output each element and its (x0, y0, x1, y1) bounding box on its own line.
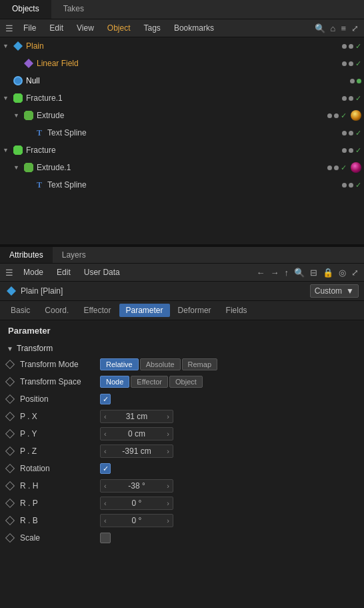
btn-relative[interactable]: Relative (100, 358, 139, 370)
enable-check[interactable]: ✓ (341, 164, 347, 172)
render-dot[interactable] (349, 131, 353, 135)
search-icon[interactable]: 🔍 (315, 23, 325, 33)
list-item[interactable]: ▼ Extrude.1 ✓ (0, 159, 364, 176)
rh-number[interactable]: -38 ° (110, 481, 164, 491)
rh-decrement[interactable]: ‹ (101, 482, 110, 490)
back-icon[interactable]: ← (257, 268, 265, 278)
pz-decrement[interactable]: ‹ (101, 447, 110, 455)
hamburger-icon[interactable]: ☰ (5, 23, 13, 33)
attr-menu-edit[interactable]: Edit (53, 266, 74, 278)
enable-check[interactable]: ✓ (341, 111, 347, 120)
visibility-dot[interactable] (327, 113, 332, 118)
tab-objects[interactable]: Objects (0, 0, 51, 19)
attr-menu-userdata[interactable]: User Data (81, 266, 123, 278)
expand-arrow[interactable]: ▼ (13, 112, 23, 119)
attr-dropdown[interactable]: Custom ▼ (310, 284, 359, 298)
btn-absolute[interactable]: Absolute (140, 358, 181, 370)
list-icon[interactable]: ≡ (341, 23, 346, 33)
render-dot[interactable] (357, 79, 361, 83)
filter-icon[interactable]: ⊟ (310, 268, 317, 278)
expand-arrow[interactable]: ▼ (3, 43, 12, 49)
visibility-dot[interactable] (342, 131, 347, 135)
px-field[interactable]: ‹ 31 cm › (100, 410, 173, 423)
material-ball[interactable] (351, 162, 361, 173)
list-item[interactable]: ▶ Null (0, 72, 364, 89)
render-dot[interactable] (349, 183, 353, 188)
render-dot[interactable] (349, 96, 353, 101)
tab-effector[interactable]: Effector (77, 304, 117, 317)
visibility-dot[interactable] (342, 61, 347, 66)
enable-check[interactable]: ✓ (355, 129, 361, 137)
tab-takes[interactable]: Takes (51, 0, 96, 19)
menu-tags[interactable]: Tags (141, 22, 164, 34)
rb-number[interactable]: 0 ° (110, 516, 164, 525)
list-item[interactable]: ▼ Fracture ✓ (0, 141, 364, 159)
py-increment[interactable]: › (163, 430, 173, 438)
expand-arrow[interactable]: ▼ (3, 147, 12, 154)
px-number[interactable]: 31 cm (110, 412, 164, 421)
visibility-dot[interactable] (350, 79, 355, 83)
list-item[interactable]: ▶ Linear Field ✓ (0, 55, 364, 72)
up-icon[interactable]: ↑ (285, 268, 289, 278)
attr-menu-mode[interactable]: Mode (20, 266, 47, 278)
scale-checkbox[interactable] (100, 533, 111, 543)
list-item[interactable]: ▼ Fracture.1 ✓ (0, 89, 364, 107)
pz-increment[interactable]: › (163, 447, 173, 455)
render-dot[interactable] (349, 44, 353, 49)
tab-deformer[interactable]: Deformer (171, 304, 218, 317)
position-checkbox[interactable]: ✓ (100, 394, 111, 404)
enable-check[interactable]: ✓ (355, 94, 361, 103)
render-dot[interactable] (334, 166, 339, 170)
enable-check[interactable]: ✓ (355, 59, 361, 68)
visibility-dot[interactable] (342, 44, 347, 49)
btn-object[interactable]: Object (169, 376, 203, 388)
tab-layers[interactable]: Layers (53, 247, 95, 263)
render-dot[interactable] (334, 113, 339, 118)
material-ball[interactable] (351, 110, 361, 121)
rotation-checkbox[interactable]: ✓ (100, 463, 111, 474)
list-item[interactable]: ▶ T Text Spline ✓ (0, 124, 364, 141)
expand-arrow[interactable]: ▼ (3, 95, 12, 101)
target-icon[interactable]: ◎ (339, 268, 346, 278)
visibility-dot[interactable] (342, 183, 347, 188)
home-icon[interactable]: ⌂ (331, 23, 336, 33)
lock-icon[interactable]: 🔒 (323, 268, 333, 278)
render-dot[interactable] (349, 148, 353, 153)
px-increment[interactable]: › (163, 412, 173, 420)
menu-file[interactable]: File (20, 22, 39, 34)
rp-number[interactable]: 0 ° (110, 499, 164, 508)
expand-arrow[interactable]: ▼ (13, 164, 23, 171)
px-decrement[interactable]: ‹ (101, 412, 110, 420)
enable-check[interactable]: ✓ (355, 42, 361, 51)
rh-increment[interactable]: › (163, 482, 173, 490)
btn-effector[interactable]: Effector (131, 376, 168, 388)
forward-icon[interactable]: → (271, 268, 279, 278)
render-dot[interactable] (349, 61, 353, 66)
btn-node[interactable]: Node (100, 376, 129, 388)
list-item[interactable]: ▼ Plain ✓ (0, 37, 364, 55)
rp-decrement[interactable]: ‹ (101, 499, 110, 507)
pz-field[interactable]: ‹ -391 cm › (100, 444, 173, 458)
enable-check[interactable]: ✓ (355, 181, 361, 190)
rb-decrement[interactable]: ‹ (101, 517, 110, 525)
transform-group-header[interactable]: ▼ Transform (0, 341, 364, 356)
visibility-dot[interactable] (342, 96, 347, 101)
rh-field[interactable]: ‹ -38 ° › (100, 479, 173, 493)
list-item[interactable]: ▼ Extrude ✓ (0, 107, 364, 124)
menu-edit[interactable]: Edit (46, 22, 67, 34)
expand-icon[interactable]: ⤢ (351, 268, 359, 278)
py-number[interactable]: 0 cm (110, 429, 164, 438)
py-field[interactable]: ‹ 0 cm › (100, 427, 173, 440)
btn-remap[interactable]: Remap (182, 358, 217, 370)
tab-attributes[interactable]: Attributes (0, 247, 53, 263)
rb-field[interactable]: ‹ 0 ° › (100, 514, 173, 527)
rp-increment[interactable]: › (163, 499, 173, 507)
tab-fields[interactable]: Fields (219, 304, 254, 317)
attr-hamburger-icon[interactable]: ☰ (5, 268, 13, 278)
visibility-dot[interactable] (327, 166, 332, 170)
search-icon[interactable]: 🔍 (294, 268, 305, 278)
pz-number[interactable]: -391 cm (110, 446, 164, 456)
tab-basic[interactable]: Basic (4, 304, 37, 317)
enable-check[interactable]: ✓ (355, 146, 361, 155)
tab-coord[interactable]: Coord. (38, 304, 75, 317)
